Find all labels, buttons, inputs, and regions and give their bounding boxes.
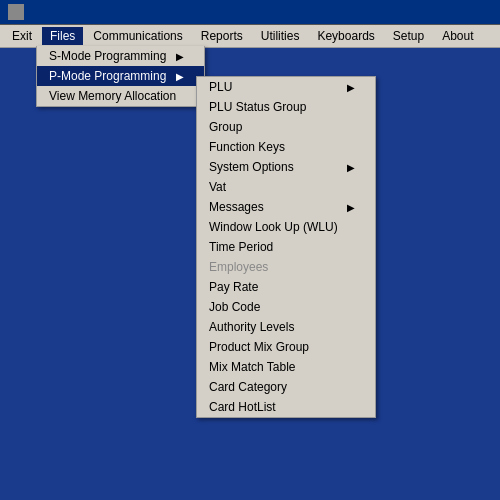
arrow-icon-plu: ▶ <box>347 82 355 93</box>
dropdown-item-label-pmode: P-Mode Programming <box>49 69 166 83</box>
submenu-item-card-hotlist[interactable]: Card HotList <box>197 397 375 417</box>
submenu-item-label-window-look-up: Window Look Up (WLU) <box>209 220 338 234</box>
menu-item-files[interactable]: Files <box>42 27 83 45</box>
submenu-item-label-time-period: Time Period <box>209 240 273 254</box>
submenu-item-product-mix[interactable]: Product Mix Group <box>197 337 375 357</box>
arrow-icon-smode: ▶ <box>176 51 184 62</box>
submenu-item-label-plu: PLU <box>209 80 232 94</box>
submenu-item-group[interactable]: Group <box>197 117 375 137</box>
submenu-item-label-function-keys: Function Keys <box>209 140 285 154</box>
submenu-item-time-period[interactable]: Time Period <box>197 237 375 257</box>
dropdown-item-viewmem[interactable]: View Memory Allocation <box>37 86 204 106</box>
dropdown-item-label-smode: S-Mode Programming <box>49 49 166 63</box>
menu-item-communications[interactable]: Communications <box>85 27 190 45</box>
submenu-item-window-look-up[interactable]: Window Look Up (WLU) <box>197 217 375 237</box>
submenu-item-label-mix-match: Mix Match Table <box>209 360 295 374</box>
menu-bar: ExitFilesCommunicationsReportsUtilitiesK… <box>0 25 500 48</box>
submenu-item-authority-levels[interactable]: Authority Levels <box>197 317 375 337</box>
submenu-item-plu-status[interactable]: PLU Status Group <box>197 97 375 117</box>
dropdown-item-label-viewmem: View Memory Allocation <box>49 89 176 103</box>
submenu-item-label-authority-levels: Authority Levels <box>209 320 294 334</box>
arrow-icon-messages: ▶ <box>347 202 355 213</box>
menu-item-utilities[interactable]: Utilities <box>253 27 308 45</box>
menu-item-reports[interactable]: Reports <box>193 27 251 45</box>
submenu-item-job-code[interactable]: Job Code <box>197 297 375 317</box>
submenu-item-label-card-hotlist: Card HotList <box>209 400 276 414</box>
menu-item-exit[interactable]: Exit <box>4 27 40 45</box>
submenu-item-label-messages: Messages <box>209 200 264 214</box>
dropdown-item-smode[interactable]: S-Mode Programming▶ <box>37 46 204 66</box>
menu-item-setup[interactable]: Setup <box>385 27 432 45</box>
submenu-item-label-product-mix: Product Mix Group <box>209 340 309 354</box>
submenu-item-pay-rate[interactable]: Pay Rate <box>197 277 375 297</box>
submenu-item-label-vat: Vat <box>209 180 226 194</box>
submenu-item-function-keys[interactable]: Function Keys <box>197 137 375 157</box>
dropdown-item-pmode[interactable]: P-Mode Programming▶ <box>37 66 204 86</box>
submenu-item-label-group: Group <box>209 120 242 134</box>
submenu-item-label-system-options: System Options <box>209 160 294 174</box>
files-dropdown: S-Mode Programming▶P-Mode Programming▶Vi… <box>36 46 205 107</box>
title-bar <box>0 0 500 25</box>
submenu-item-label-pay-rate: Pay Rate <box>209 280 258 294</box>
submenu-item-system-options[interactable]: System Options▶ <box>197 157 375 177</box>
submenu-item-label-card-category: Card Category <box>209 380 287 394</box>
submenu-item-label-plu-status: PLU Status Group <box>209 100 306 114</box>
app-icon <box>8 4 24 20</box>
menu-item-about[interactable]: About <box>434 27 481 45</box>
submenu-item-mix-match[interactable]: Mix Match Table <box>197 357 375 377</box>
submenu-item-card-category[interactable]: Card Category <box>197 377 375 397</box>
submenu-item-label-employees: Employees <box>209 260 268 274</box>
pmode-submenu: PLU▶PLU Status GroupGroupFunction KeysSy… <box>196 76 376 418</box>
submenu-item-label-job-code: Job Code <box>209 300 260 314</box>
submenu-item-vat[interactable]: Vat <box>197 177 375 197</box>
submenu-item-employees: Employees <box>197 257 375 277</box>
menu-item-keyboards[interactable]: Keyboards <box>309 27 382 45</box>
submenu-item-messages[interactable]: Messages▶ <box>197 197 375 217</box>
arrow-icon-system-options: ▶ <box>347 162 355 173</box>
submenu-item-plu[interactable]: PLU▶ <box>197 77 375 97</box>
arrow-icon-pmode: ▶ <box>176 71 184 82</box>
